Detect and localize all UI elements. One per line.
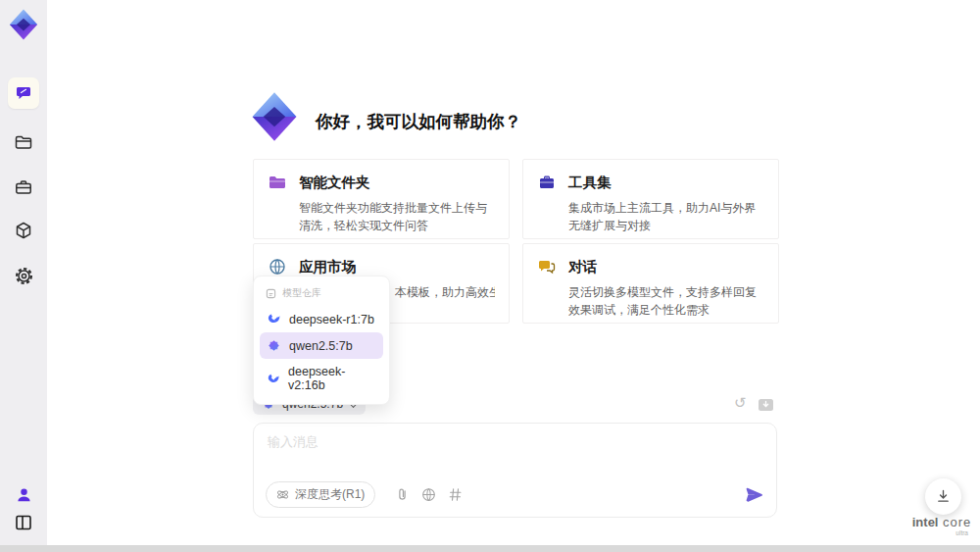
briefcase-icon (14, 177, 33, 197)
card-smart-folder[interactable]: 智能文件夹 智能文件夹功能支持批量文件上传与清洗，轻松实现文件问答 (253, 159, 510, 239)
model-option-label: deepseek-r1:7b (289, 313, 374, 326)
history-icon[interactable]: ↺ (734, 395, 747, 410)
hero-logo-icon (248, 90, 301, 143)
model-option-deepseek-v2[interactable]: deepseek-v2:16b (260, 359, 383, 398)
card-title: 对话 (568, 258, 597, 276)
composer-toolbar: 深度思考(R1) (266, 481, 764, 508)
sidebar-item-account[interactable] (8, 478, 39, 510)
chat-icon (14, 83, 33, 103)
repo-icon (266, 288, 276, 299)
deepseek-whale-icon (267, 312, 281, 326)
message-input[interactable] (266, 431, 764, 473)
greeting-title: 你好，我可以如何帮助你？ (316, 110, 521, 133)
deep-think-toggle[interactable]: 深度思考(R1) (266, 481, 375, 508)
sidebar-item-chat[interactable] (8, 77, 39, 109)
core-sub-label: ultra (909, 529, 974, 536)
deep-think-label: 深度思考(R1) (295, 486, 365, 503)
sidebar-item-models[interactable] (8, 215, 39, 246)
card-desc: 集成市场上主流工具，助力AI与外界无缝扩展与对接 (568, 199, 764, 234)
sidebar-item-panel[interactable] (8, 507, 39, 538)
card-desc: 灵活切换多模型文件，支持多样回复效果调试，满足个性化需求 (568, 283, 764, 319)
app-market-globe-icon (268, 257, 287, 276)
send-icon (745, 485, 764, 505)
grid-hash-icon (448, 487, 463, 502)
model-dropdown-header: 模型仓库 (260, 282, 383, 306)
intel-core-badge: intel core ultra (909, 513, 974, 536)
app-window: 你好，我可以如何帮助你？ 智能文件夹 智能文件夹功能支持批量文件上传与清洗，轻松… (0, 0, 980, 552)
window-bottom-edge (0, 545, 980, 552)
smart-folder-icon (268, 173, 287, 192)
model-option-label: deepseek-v2:16b (288, 365, 376, 392)
app-logo-icon (7, 8, 40, 41)
model-option-qwen[interactable]: qwen2.5:7b (260, 332, 383, 359)
knowledge-base-button[interactable] (448, 487, 463, 502)
user-icon (15, 485, 33, 504)
gear-icon (14, 266, 34, 286)
globe-icon (421, 487, 436, 502)
model-dropdown: 模型仓库 deepseek-r1:7b qwen2.5:7b deepseek-… (253, 276, 390, 405)
model-dropdown-header-label: 模型仓库 (282, 286, 321, 300)
paperclip-icon (395, 487, 410, 502)
model-option-label: qwen2.5:7b (289, 339, 353, 353)
send-button[interactable] (745, 485, 764, 505)
sidebar-item-settings[interactable] (8, 260, 39, 291)
atom-icon (276, 488, 289, 501)
card-toolset[interactable]: 工具集 集成市场上主流工具，助力AI与外界无缝扩展与对接 (522, 159, 779, 239)
card-desc: 智能文件夹功能支持批量文件上传与清洗，轻松实现文件问答 (299, 199, 495, 234)
sidebar-item-folders[interactable] (8, 126, 39, 158)
export-icon[interactable] (758, 398, 774, 412)
card-title: 工具集 (568, 174, 612, 192)
card-dialogue[interactable]: 对话 灵活切换多模型文件，支持多样回复效果调试，满足个性化需求 (522, 243, 779, 324)
download-icon (935, 488, 952, 505)
toolset-icon (537, 173, 557, 192)
sidebar (0, 0, 47, 545)
split-panel-icon (14, 513, 33, 532)
web-search-button[interactable] (421, 487, 436, 502)
qwen-icon (267, 338, 281, 353)
cube-icon (14, 221, 33, 240)
core-wordmark: core (943, 515, 971, 529)
composer-panel: 深度思考(R1) (253, 423, 777, 518)
card-title: 应用市场 (299, 258, 356, 276)
sidebar-item-toolbox[interactable] (8, 172, 39, 203)
card-title: 智能文件夹 (299, 174, 370, 192)
intel-wordmark: intel (912, 515, 939, 529)
dialogue-icon (537, 257, 557, 276)
folder-icon (14, 132, 33, 152)
model-option-deepseek-r1[interactable]: deepseek-r1:7b (260, 306, 383, 332)
attach-button[interactable] (395, 487, 410, 502)
download-button[interactable] (925, 478, 961, 515)
deepseek-whale-icon (267, 372, 280, 386)
